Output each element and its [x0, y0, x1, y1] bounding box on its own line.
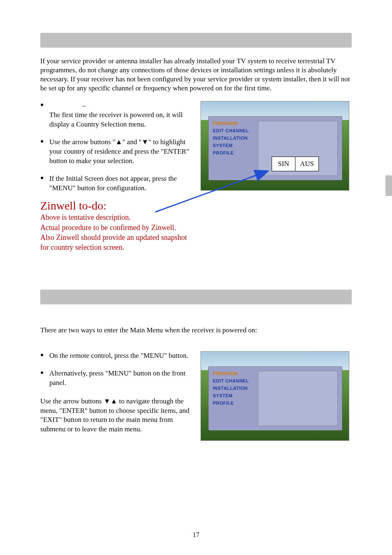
menu-item-program: PROGRAM [213, 121, 249, 126]
menu-item-edit-channel: EDIT CHANNEL [213, 128, 249, 133]
bullet-initial-screen: – The first time the receiver is powered… [40, 101, 192, 129]
bullet1-body: The first time the receiver is powered o… [49, 111, 183, 128]
menu-sidebar-2: PROGRAM EDIT CHANNEL INSTALLATION SYSTEM… [213, 371, 249, 405]
section2-intro: There are two ways to enter the Main Men… [40, 326, 352, 335]
section1-bullets: – The first time the receiver is powered… [40, 101, 192, 193]
section-header-1 [40, 33, 352, 48]
section1-left: – The first time the receiver is powered… [40, 101, 192, 252]
menu-sidebar: PROGRAM EDIT CHANNEL INSTALLATION SYSTEM… [213, 121, 249, 155]
screenshot-main-menu: PROGRAM EDIT CHANNEL INSTALLATION SYSTEM… [201, 351, 349, 441]
section2-columns: On the remote control, press the "MENU" … [40, 351, 352, 441]
page-number: 17 [0, 531, 392, 539]
menu-content-area-2 [258, 371, 338, 426]
bullet-menu-fallback: If the Initial Screen does not appear, p… [40, 174, 192, 193]
country-selection-boxes: SIN AUS [272, 157, 319, 171]
bullet1-heading: – [82, 101, 86, 109]
document-page: If your service provider or antenna inst… [0, 0, 392, 555]
section1-right: PROGRAM EDIT CHANNEL INSTALLATION SYSTEM… [201, 101, 352, 191]
edge-tab [385, 175, 392, 196]
screenshot-country-select: PROGRAM EDIT CHANNEL INSTALLATION SYSTEM… [201, 101, 349, 191]
todo-body: Above is tentative description. Actual p… [40, 212, 192, 252]
nav-instructions: Use the arrow buttons ▼▲ to navigate thr… [40, 397, 192, 435]
menu-item-system: SYSTEM [213, 143, 249, 148]
menu-panel-2: PROGRAM EDIT CHANNEL INSTALLATION SYSTEM… [208, 366, 342, 431]
todo-heading: Zinwell to-do: [40, 199, 192, 213]
section-header-2 [40, 290, 352, 304]
menu2-item-profile: PROFILE [213, 401, 249, 405]
bullet-remote-menu: On the remote control, press the "MENU" … [40, 351, 192, 361]
section2-bullets: On the remote control, press the "MENU" … [40, 351, 192, 388]
section1-columns: – The first time the receiver is powered… [40, 101, 352, 252]
section2-right: PROGRAM EDIT CHANNEL INSTALLATION SYSTEM… [201, 351, 352, 441]
menu-item-installation: INSTALLATION [213, 136, 249, 140]
menu2-item-system: SYSTEM [213, 393, 249, 398]
bullet-front-panel-menu: Alternatively, press "MENU" button on th… [40, 369, 192, 388]
menu2-item-edit-channel: EDIT CHANNEL [213, 378, 249, 383]
country-aus: AUS [295, 157, 318, 171]
menu2-item-installation: INSTALLATION [213, 386, 249, 391]
menu-item-profile: PROFILE [213, 150, 249, 155]
section2-left: On the remote control, press the "MENU" … [40, 351, 192, 435]
country-sin: SIN [272, 157, 295, 171]
menu2-item-program: PROGRAM [213, 371, 249, 376]
bullet-arrow-instructions: Use the arrow buttons "▲" and "▼" to hig… [40, 138, 192, 166]
section1-intro: If your service provider or antenna inst… [40, 57, 352, 93]
